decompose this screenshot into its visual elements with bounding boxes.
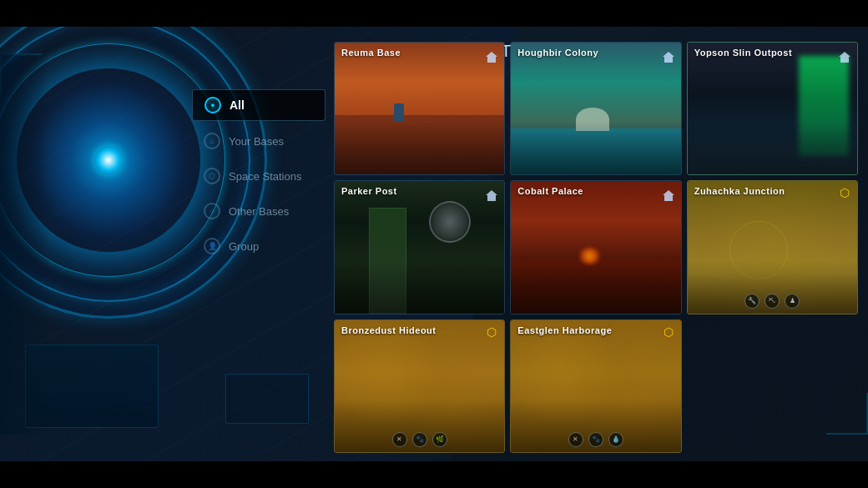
card-label-eastglen: Eastglen Harborage [517, 325, 612, 335]
card-type-icon-yopson [837, 47, 852, 62]
card-label-yopson: Yopson Slin Outpost [694, 48, 792, 58]
card-type-icon-eastglen: ⬡ [661, 324, 676, 340]
card-actions-bronzedust: ✕ 🐾 🌿 [392, 432, 447, 447]
nav-item-space-stations[interactable]: ⬡ Space Stations [192, 161, 326, 191]
card-label-cobalt: Cobalt Palace [517, 186, 583, 196]
hud-center-dot [94, 146, 123, 174]
house-icon-cobalt [663, 190, 674, 195]
card-label-parker: Parker Post [341, 186, 397, 196]
house-icon-yopson [839, 52, 850, 57]
card-houghbir-colony[interactable]: Houghbir Colony [510, 42, 681, 175]
person-icon: 👤 [204, 238, 220, 254]
card-zuhachka-junction[interactable]: Zuhachka Junction ⬡ 🔧 ⛏ ♟ [687, 180, 858, 314]
home-icon: ⌂ [204, 133, 220, 149]
action-leaf-btn[interactable]: 🌿 [432, 432, 447, 447]
card-parker-post[interactable]: Parker Post [334, 180, 505, 314]
scene-figure-reuma [394, 103, 404, 122]
card-type-icon-houghbir [661, 47, 676, 62]
action-person-btn[interactable]: ♟ [785, 294, 800, 309]
action-x2-btn[interactable]: ✕ [568, 432, 583, 447]
hexagon-icon: ⬡ [204, 168, 220, 184]
nav-item-your-bases[interactable]: ⌂ Your Bases [192, 126, 326, 156]
card-type-icon-cobalt [661, 185, 676, 200]
card-overlay-houghbir [511, 122, 680, 174]
action-wrench-btn[interactable]: 🔧 [744, 294, 760, 309]
card-label-houghbir: Houghbir Colony [517, 48, 598, 58]
location-grid: Reuma Base Houghbir Colony [334, 42, 858, 453]
action-paw-btn[interactable]: 🐾 [412, 432, 427, 447]
card-actions-eastglen: ✕ 🐾 💧 [568, 432, 623, 447]
card-overlay-parker [335, 260, 504, 313]
scene-moon-parker [429, 201, 471, 243]
radio-icon: ● [204, 97, 221, 113]
card-label-reuma: Reuma Base [341, 48, 401, 58]
card-bronzedust-hideout[interactable]: Bronzedust Hideout ⬡ ✕ 🐾 🌿 [334, 319, 505, 453]
house-icon-reuma [486, 52, 497, 57]
circle-icon: ○ [204, 203, 220, 219]
side-panel-left [0, 53, 50, 435]
hud-rect [225, 374, 309, 424]
nav-label-space-stations: Space Stations [229, 170, 301, 183]
action-paw2-btn[interactable]: 🐾 [588, 432, 603, 447]
letterbox-top [0, 0, 868, 27]
card-reuma-base[interactable]: Reuma Base [334, 42, 505, 175]
nav-label-all: All [230, 98, 245, 112]
card-yopson-outpost[interactable]: Yopson Slin Outpost [687, 42, 858, 175]
card-cobalt-palace[interactable]: Cobalt Palace [510, 180, 681, 314]
card-label-bronzedust: Bronzedust Hideout [341, 325, 437, 335]
card-type-icon-bronzedust: ⬡ [484, 324, 499, 340]
card-type-icon-reuma [484, 47, 499, 62]
main-content: TELEPORTATION TERMINAL ⊙ ● All ⌂ Your Ba… [0, 27, 868, 461]
card-overlay-yopson [688, 122, 857, 174]
card-type-icon-zuhachka: ⬡ [837, 185, 852, 200]
house-icon-houghbir [663, 52, 674, 57]
nav-item-all[interactable]: ● All [192, 89, 326, 121]
action-drop-btn[interactable]: 💧 [608, 432, 623, 447]
nav-label-group: Group [229, 240, 259, 253]
letterbox-bottom [0, 461, 868, 488]
card-type-icon-parker [484, 185, 499, 200]
card-overlay-reuma [335, 122, 504, 174]
star-icon-bronzedust: ⬡ [487, 325, 497, 339]
nav-label-your-bases: Your Bases [229, 135, 284, 148]
card-eastglen-harborage[interactable]: Eastglen Harborage ⬡ ✕ 🐾 💧 [510, 319, 681, 453]
nav-label-other-bases: Other Bases [229, 205, 289, 218]
nav-item-other-bases[interactable]: ○ Other Bases [192, 196, 326, 226]
nav-menu: ● All ⌂ Your Bases ⬡ Space Stations ○ Ot… [192, 89, 326, 261]
corner-decoration-br [826, 393, 868, 435]
star-icon-zuhachka: ⬡ [840, 186, 850, 199]
action-pick-btn[interactable]: ⛏ [765, 294, 780, 309]
house-icon-parker [486, 190, 497, 195]
card-label-zuhachka: Zuhachka Junction [694, 186, 785, 196]
nav-item-group[interactable]: 👤 Group [192, 231, 326, 261]
star-icon-eastglen: ⬡ [664, 325, 674, 339]
card-overlay-cobalt [511, 260, 680, 313]
action-x-btn[interactable]: ✕ [392, 432, 407, 447]
card-actions-zuhachka: 🔧 ⛏ ♟ [744, 294, 800, 309]
